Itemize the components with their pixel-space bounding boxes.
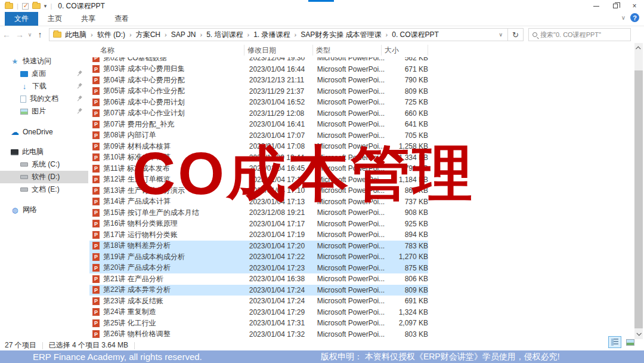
file-row[interactable]: 第24讲 重复制造 2023/01/04 17:29 Microsoft Pow… [89,307,428,318]
file-row[interactable]: 第26讲 物料价格调整 2023/01/04 17:32 Microsoft P… [89,329,428,340]
breadcrumb-segment[interactable]: 5. 培训课程› [205,30,252,40]
file-row[interactable]: 第05讲 成本中心作业分配 2023/11/29 21:37 Microsoft… [89,86,428,97]
sidebar-item-icon [11,128,19,136]
breadcrumb-segment[interactable]: SAP财务实操 成本管理课› [299,30,391,40]
sidebar-item[interactable]: 系统 (C:) [0,158,88,171]
sidebar-item[interactable]: 图片 [0,105,88,118]
file-date-modified: 2023/01/04 17:22 [249,253,317,261]
file-row[interactable]: 第12讲 生产订单概览 2023/01/04 17:12 Microsoft P… [89,174,428,186]
refresh-button[interactable]: ↻ [508,28,524,41]
qat-customize-caret-icon[interactable]: ▾ [44,3,47,9]
powerpoint-file-icon [92,264,100,272]
file-row[interactable]: 第08讲 内部订单 2023/01/04 17:07 Microsoft Pow… [89,130,428,141]
sidebar-item[interactable]: OneDrive [0,125,88,138]
minimize-button[interactable] [587,0,606,12]
powerpoint-file-icon [92,153,100,161]
scroll-up-icon[interactable] [634,44,643,53]
ribbon-tab[interactable]: 查看 [105,12,138,26]
powerpoint-file-icon [92,242,100,250]
sidebar-item-icon [11,149,18,155]
breadcrumb-segment[interactable]: SAP JN› [170,30,205,39]
scrollbar-thumb[interactable] [634,70,643,328]
file-row[interactable]: 第22讲 成本异常分析 2023/01/04 17:24 Microsoft P… [89,285,428,296]
vertical-scrollbar[interactable] [634,43,643,339]
sidebar-item-label: 快速访问 [23,56,51,66]
file-row[interactable]: 第06讲 成本中心费用计划 2023/01/04 16:52 Microsoft… [89,97,428,108]
powerpoint-file-icon [92,297,100,305]
file-row[interactable]: 第07讲 费用分配_补充 2023/01/04 16:41 Microsoft … [89,119,428,130]
powerpoint-file-icon [92,76,100,84]
file-row[interactable]: 第18讲 物料差异分析 2023/01/04 17:20 Microsoft P… [89,241,428,252]
close-button[interactable]: × [625,0,644,12]
ribbon-tab[interactable]: 文件 [5,12,38,26]
file-row[interactable]: 第21讲 在产品分析 2023/01/04 16:38 Microsoft Po… [89,273,428,285]
up-button[interactable]: ↑ [33,30,47,39]
file-row[interactable]: 第10讲 标准成本估算 2023/11/29 13:44 Microsoft P… [89,152,428,164]
file-row[interactable]: 第19讲 产品成本构成分析 2023/01/04 17:22 Microsoft… [89,251,428,263]
breadcrumb-segment[interactable]: 方案CH› [135,30,170,40]
sidebar-item[interactable]: 文档 (E:) [0,183,88,196]
status-separator [42,342,43,349]
breadcrumb-label: 1. 录播课程 [252,30,291,40]
file-row[interactable]: 第03讲 成本中心费用归集 2023/01/04 16:44 Microsoft… [89,64,428,75]
address-dropdown-icon[interactable]: ∨ [496,32,505,38]
ribbon-tab[interactable]: 共享 [72,12,105,26]
breadcrumb-segment[interactable]: 1. 录播课程› [252,30,299,40]
file-date-modified: 2023/01/04 17:23 [249,264,317,272]
sidebar-item[interactable]: 此电脑 [0,146,88,158]
sidebar-item-label: 系统 (C:) [32,159,60,170]
column-header-type[interactable]: 类型 [313,45,382,56]
file-row[interactable]: 第15讲 按订单生产的成本月结 2023/12/08 19:21 Microso… [89,207,428,219]
file-row[interactable]: 第23讲 成本反结账 2023/01/04 17:24 Microsoft Po… [89,296,428,307]
sidebar-item[interactable]: 快速访问 [0,55,88,67]
powerpoint-file-icon [92,121,100,128]
file-type: Microsoft PowerPoi... [317,308,385,316]
address-bar[interactable]: 此电脑› 软件 (D:)› 方案CH› SAP JN› 5. 培训课程› 1. … [49,28,508,41]
sidebar-item[interactable]: 我的文档 [0,93,88,105]
breadcrumb-chevron-icon: › [383,31,391,38]
qat-folder-icon[interactable] [32,3,41,9]
breadcrumb-label: 5. 培训课程 [205,30,244,40]
breadcrumb-segment[interactable]: 此电脑› [64,30,96,40]
breadcrumb-segment[interactable]: 0. CO课程PPT› [391,30,440,40]
ribbon-collapse-icon[interactable]: ∨ [621,14,626,21]
file-name: 第07讲 成本中心作业计划 [100,108,249,118]
sidebar-item[interactable]: 软件 (D:) [0,171,88,183]
file-name: 第05讲 成本中心作业分配 [100,86,249,96]
file-type: Microsoft PowerPoi... [317,253,385,261]
forward-button[interactable]: → [13,30,26,39]
column-header-size[interactable]: 大小 [382,45,428,56]
file-row[interactable]: 第07讲 成本中心作业计划 2023/11/29 12:08 Microsoft… [89,108,428,119]
sidebar-item[interactable]: 桌面 [0,67,88,80]
breadcrumb-segment[interactable]: 软件 (D:)› [96,30,135,40]
file-row[interactable]: 第04讲 成本中心费用分配 2023/12/13 21:11 Microsoft… [89,75,428,86]
restore-button[interactable] [606,0,625,12]
back-button[interactable]: ← [0,30,13,39]
file-rows: 第02讲 CO基础数据 2023/12/04 19:30 Microsoft P… [89,53,634,340]
file-row[interactable]: 第20讲 产品成本分析 2023/01/04 17:23 Microsoft P… [89,263,428,274]
file-size: 790 KB [385,76,428,84]
ribbon-tab[interactable]: 主页 [38,12,72,26]
file-row[interactable]: 第16讲 物料分类账原理 2023/01/04 17:17 Microsoft … [89,219,428,230]
search-input[interactable] [540,31,627,38]
help-icon[interactable]: ? [630,13,639,22]
file-size: 725 KB [385,98,428,106]
sidebar-item[interactable]: 下载 [0,80,88,93]
file-row[interactable]: 第17讲 运行物料分类账 2023/01/04 17:19 Microsoft … [89,229,428,241]
column-header-date[interactable]: 修改日期 [244,45,313,56]
file-row[interactable]: 第11讲 标准成本发布 2023/01/04 16:45 Microsoft P… [89,163,428,174]
file-name: 第10讲 标准成本估算 [100,152,249,162]
sidebar-item[interactable]: 网络 [0,204,88,216]
pin-icon [75,94,83,103]
breadcrumb-chevron-icon: › [292,31,300,38]
file-row[interactable]: 第25讲 化工行业 2023/01/04 17:31 Microsoft Pow… [89,318,428,329]
qat-checkbox-icon[interactable] [22,3,29,10]
window-controls: × [587,0,644,12]
history-caret-icon[interactable]: ∨ [26,32,33,38]
file-name: 第13讲 生产订单业务演示 [100,186,249,196]
file-row[interactable]: 第13讲 生产订单业务演示 2023/01/04 17:10 Microsoft… [89,185,428,196]
file-size: 925 KB [385,220,428,228]
column-header-name[interactable]: 名称 [89,45,244,56]
file-row[interactable]: 第14讲 产品成本计算 2023/01/04 17:13 Microsoft P… [89,196,428,208]
file-row[interactable]: 第09讲 材料成本核算 2023/01/04 17:08 Microsoft P… [89,141,428,152]
